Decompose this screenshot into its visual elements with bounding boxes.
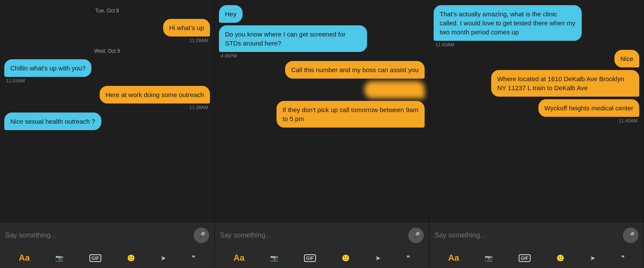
- send-button-2[interactable]: ➤: [375, 254, 381, 262]
- message-row: Nice sexual health outreach ?: [4, 113, 210, 130]
- message-row: Do you know where I can get screened for…: [219, 25, 425, 58]
- more-button-2[interactable]: ❞: [407, 254, 410, 262]
- message-row: Wyckoff heights medical center 11:45AM: [434, 99, 639, 123]
- gif-button-3[interactable]: GIF: [519, 254, 531, 262]
- sent-bubble: Here at work doing some outreach: [100, 86, 210, 104]
- messages-area-1: Tue, Oct 8 Hi what's up 11:28AM Wed, Oct…: [0, 0, 214, 223]
- message-row: Nice: [434, 50, 639, 67]
- message-row: If they don't pick up call tomorrow betw…: [219, 101, 425, 128]
- more-button-3[interactable]: ❞: [621, 254, 625, 262]
- timestamp: 11:03AM: [4, 78, 27, 83]
- timestamp: 11:40AM: [434, 42, 456, 47]
- message-row: Here at work doing some outreach 11:38AM: [4, 86, 210, 110]
- message-row: Hi what's up 11:28AM: [4, 19, 210, 43]
- date-label-2: Wed, Oct 9: [4, 48, 210, 54]
- message-row: Hey: [219, 5, 425, 23]
- message-input-2[interactable]: [220, 231, 404, 239]
- input-area-1: 🎤: [0, 223, 214, 247]
- message-row: That's actually amazing, what is the cli…: [434, 5, 639, 47]
- sent-bubble: Hi what's up: [163, 19, 210, 37]
- sent-bubble: Wyckoff heights medical center: [538, 99, 639, 117]
- emoji-button-3[interactable]: 🙂: [556, 254, 565, 262]
- received-bubble: Hey: [219, 5, 243, 23]
- date-label-1: Tue, Oct 8: [4, 8, 210, 14]
- emoji-button-1[interactable]: 🙂: [127, 254, 135, 262]
- gif-button-2[interactable]: GIF: [304, 254, 316, 262]
- message-input-3[interactable]: [434, 231, 619, 239]
- sent-bubble: Nice: [614, 50, 639, 67]
- message-row: [219, 81, 425, 98]
- mic-button-1[interactable]: 🎤: [194, 228, 209, 243]
- timestamp: 11:28AM: [188, 38, 210, 43]
- camera-button-3[interactable]: 📷: [485, 254, 493, 262]
- panel-1: Tue, Oct 8 Hi what's up 11:28AM Wed, Oct…: [0, 0, 215, 268]
- sent-bubble: Call this number and my boss can assist …: [285, 61, 425, 79]
- toolbar-1: Aa 📷 GIF 🙂 ➤ ❞: [0, 247, 214, 268]
- timestamp: 11:45AM: [617, 118, 639, 123]
- toolbar-3: Aa 📷 GIF 🙂 ➤ ❞: [429, 247, 644, 268]
- send-button-1[interactable]: ➤: [161, 254, 166, 262]
- blurred-bubble: [365, 81, 425, 98]
- timestamp: 11:38AM: [188, 105, 210, 110]
- aa-button-2[interactable]: Aa: [234, 253, 245, 263]
- received-bubble: Do you know where I can get screened for…: [219, 25, 367, 52]
- camera-button-1[interactable]: 📷: [55, 254, 64, 262]
- input-area-3: 🎤: [429, 223, 644, 247]
- received-bubble: Chillin what's up with you?: [4, 59, 91, 77]
- camera-button-2[interactable]: 📷: [270, 254, 278, 262]
- aa-button-3[interactable]: Aa: [448, 253, 459, 263]
- sent-bubble: If they don't pick up call tomorrow betw…: [276, 101, 425, 128]
- mic-button-2[interactable]: 🎤: [408, 228, 424, 243]
- messages-area-3: That's actually amazing, what is the cli…: [429, 0, 644, 223]
- timestamp: 4:46PM: [219, 53, 239, 58]
- sent-bubble: Where located at 1610 DeKalb Ave Brookly…: [491, 70, 639, 97]
- aa-button-1[interactable]: Aa: [19, 253, 30, 263]
- message-row: Chillin what's up with you? 11:03AM: [4, 59, 210, 83]
- message-row: Call this number and my boss can assist …: [219, 61, 425, 79]
- received-bubble: That's actually amazing, what is the cli…: [434, 5, 582, 41]
- toolbar-2: Aa 📷 GIF 🙂 ➤ ❞: [215, 247, 429, 268]
- emoji-button-2[interactable]: 🙂: [342, 254, 350, 262]
- mic-button-3[interactable]: 🎤: [623, 228, 638, 243]
- send-button-3[interactable]: ➤: [590, 254, 595, 262]
- gif-button-1[interactable]: GIF: [89, 254, 101, 262]
- input-area-2: 🎤: [215, 223, 429, 247]
- received-bubble: Nice sexual health outreach ?: [4, 113, 101, 130]
- more-button-1[interactable]: ❞: [192, 254, 195, 262]
- panel-3: That's actually amazing, what is the cli…: [429, 0, 644, 268]
- message-row: Where located at 1610 DeKalb Ave Brookly…: [434, 70, 639, 97]
- panel-2: Hey Do you know where I can get screened…: [215, 0, 429, 268]
- message-input-1[interactable]: [5, 231, 189, 239]
- messages-area-2: Hey Do you know where I can get screened…: [215, 0, 429, 223]
